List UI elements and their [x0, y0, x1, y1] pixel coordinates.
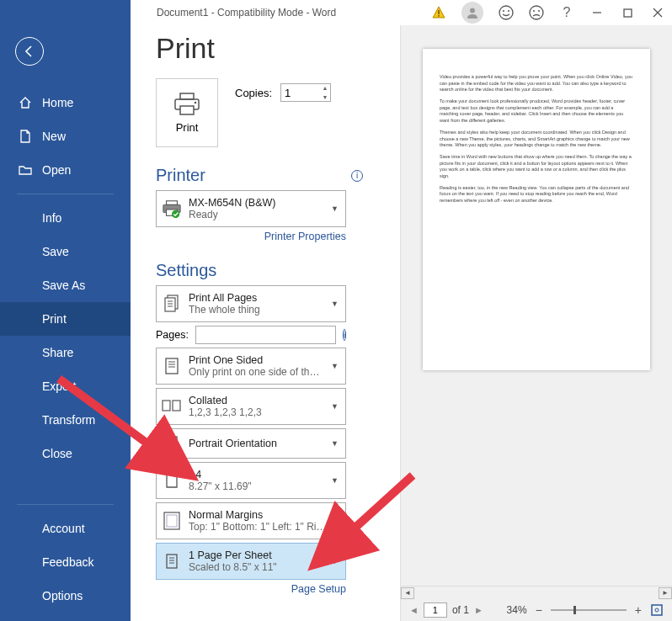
zoom-in-button[interactable]: + [632, 603, 645, 617]
chevron-down-icon: ▼ [331, 204, 339, 213]
help-icon[interactable]: ? [559, 5, 574, 20]
minimize-button[interactable] [589, 5, 605, 20]
collation-select[interactable]: Collated 1,2,3 1,2,3 1,2,3 ▼ [156, 388, 346, 425]
collated-icon [162, 396, 182, 417]
copies-spinner[interactable]: ▲▼ [319, 83, 331, 102]
svg-rect-32 [173, 401, 180, 411]
svg-point-6 [508, 10, 509, 12]
svg-rect-27 [166, 358, 178, 374]
account-icon[interactable] [461, 2, 483, 24]
nav-options[interactable]: Options [0, 579, 131, 613]
pages-label: Pages: [156, 329, 189, 341]
nav-share[interactable]: Share [0, 336, 131, 369]
svg-rect-16 [180, 106, 194, 114]
margins-title: Normal Margins [189, 509, 340, 521]
page-number-input[interactable] [424, 602, 447, 618]
svg-point-41 [655, 608, 659, 612]
printer-select[interactable]: MX-M654N (B&W) Ready ▼ [156, 190, 346, 227]
frown-icon[interactable] [529, 5, 544, 20]
back-button[interactable] [15, 37, 44, 66]
nav-print[interactable]: Print [0, 302, 131, 336]
orientation-title: Portrait Orientation [189, 438, 340, 449]
fit-to-page-icon[interactable] [650, 603, 664, 617]
nav-open[interactable]: Open [0, 153, 131, 187]
nav-close[interactable]: Close [0, 437, 131, 470]
window-title: Document1 - Compatibility Mode - Word [157, 7, 336, 19]
chevron-down-icon: ▼ [331, 402, 339, 411]
chevron-down-icon: ▼ [331, 439, 339, 448]
svg-rect-36 [167, 555, 177, 568]
settings-section-heading: Settings [156, 261, 400, 280]
chevron-down-icon: ▼ [331, 557, 339, 565]
printer-properties-link[interactable]: Printer Properties [156, 231, 346, 242]
zoom-out-button[interactable]: − [532, 603, 546, 617]
print-settings-panel: Print Print Copies: ▲▼ Printer i [131, 25, 400, 621]
previous-page-button[interactable]: ◄ [409, 605, 419, 615]
per-sheet-sub: Scaled to 8.5" x 11" [189, 561, 340, 573]
pages-input[interactable] [195, 326, 336, 344]
nav-new-label: New [42, 130, 66, 143]
nav-saveas[interactable]: Save As [0, 268, 131, 302]
nav-print-label: Print [42, 312, 67, 326]
maximize-button[interactable] [620, 5, 635, 20]
print-button[interactable]: Print [156, 78, 218, 147]
margins-select[interactable]: Normal Margins Top: 1" Bottom: 1" Left: … [156, 502, 346, 539]
print-range-select[interactable]: Print All Pages The whole thing ▼ [156, 285, 346, 322]
preview-paragraph: Themes and styles also help keep your do… [440, 130, 633, 149]
collation-title: Collated [189, 395, 340, 406]
nav-home[interactable]: Home [0, 86, 131, 119]
svg-point-7 [530, 6, 543, 19]
spinner-up-icon[interactable]: ▲ [319, 83, 331, 93]
nav-transform-label: Transform [42, 413, 95, 427]
margins-icon [162, 511, 182, 531]
page-total-label: of 1 [452, 604, 469, 616]
nav-account[interactable]: Account [0, 512, 131, 545]
nav-save-label: Save [42, 245, 69, 258]
info-icon[interactable]: i [351, 170, 363, 182]
warning-icon[interactable] [431, 5, 446, 20]
preview-paragraph: Save time in Word with new buttons that … [440, 154, 633, 180]
nav-open-label: Open [42, 163, 71, 177]
svg-rect-2 [438, 15, 440, 17]
preview-footer: ◄ ► ◄ of 1 ► 34% − + [401, 586, 672, 621]
svg-rect-1 [438, 10, 440, 14]
nav-feedback[interactable]: Feedback [0, 545, 131, 579]
document-preview: Video provides a powerful way to help yo… [423, 49, 650, 370]
preview-paragraph: Video provides a powerful way to help yo… [440, 74, 633, 93]
pages-per-sheet-select[interactable]: 1 Page Per Sheet Scaled to 8.5" x 11" ▼ [156, 543, 346, 580]
sides-sub: Only print on one side of th… [189, 366, 340, 378]
nav-info[interactable]: Info [0, 201, 131, 235]
nav-home-label: Home [42, 96, 73, 109]
zoom-slider[interactable] [551, 609, 627, 611]
nav-share-label: Share [42, 346, 73, 359]
orientation-select[interactable]: Portrait Orientation ▼ [156, 428, 346, 459]
sides-select[interactable]: Print One Sided Only print on one side o… [156, 348, 346, 385]
nav-save[interactable]: Save [0, 235, 131, 268]
smile-icon[interactable] [499, 5, 514, 20]
page-setup-link[interactable]: Page Setup [156, 583, 346, 595]
printer-status-icon [162, 199, 182, 219]
next-page-button[interactable]: ► [474, 605, 483, 615]
paper-sub: 8.27" x 11.69" [189, 480, 340, 492]
svg-point-8 [533, 10, 535, 12]
scroll-left-icon[interactable]: ◄ [401, 587, 414, 599]
paper-size-select[interactable]: A4 8.27" x 11.69" ▼ [156, 462, 346, 499]
horizontal-scrollbar[interactable]: ◄ ► [401, 586, 672, 599]
zoom-level: 34% [507, 604, 527, 616]
svg-point-17 [195, 101, 197, 104]
scroll-right-icon[interactable]: ► [659, 587, 672, 599]
nav-export[interactable]: Export [0, 369, 131, 403]
close-button[interactable] [650, 5, 665, 20]
portrait-icon [162, 433, 182, 454]
printer-name: MX-M654N (B&W) [189, 197, 340, 209]
printer-icon [173, 93, 200, 116]
per-sheet-title: 1 Page Per Sheet [189, 549, 340, 561]
spinner-down-icon[interactable]: ▼ [319, 93, 331, 102]
info-icon[interactable]: i [343, 329, 346, 341]
chevron-down-icon: ▼ [331, 476, 339, 485]
nav-transform[interactable]: Transform [0, 403, 131, 437]
svg-rect-40 [652, 605, 662, 615]
nav-new[interactable]: New [0, 119, 131, 153]
svg-rect-23 [165, 298, 175, 311]
svg-point-9 [538, 10, 540, 12]
